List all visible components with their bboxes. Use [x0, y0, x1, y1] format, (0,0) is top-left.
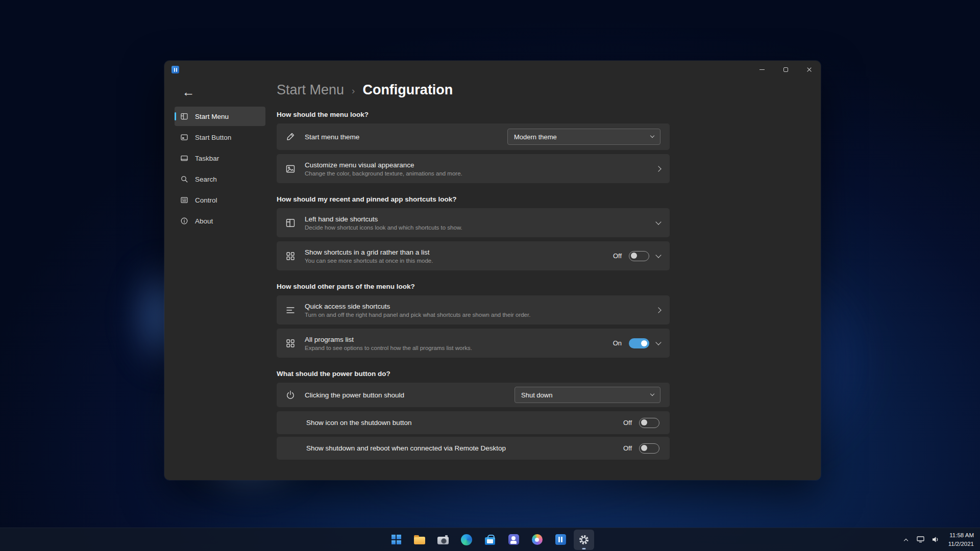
grid-shortcuts-toggle[interactable] — [629, 251, 649, 261]
volume-icon — [932, 536, 940, 543]
maximize-button[interactable] — [774, 61, 797, 78]
power-icon — [284, 390, 297, 400]
setting-title: Customize menu visual appearance — [305, 161, 646, 169]
system-tray: 11:58 AM 11/2/2021 — [901, 528, 977, 551]
power-action-select[interactable]: Shut down — [514, 387, 660, 403]
image-icon — [284, 164, 297, 174]
setting-row-left-hand-shortcuts[interactable]: Left hand side shortcuts Decide how shor… — [277, 208, 670, 237]
search-icon — [180, 175, 188, 183]
edge-icon — [461, 534, 472, 545]
toggle-state-label: Off — [623, 419, 632, 427]
clock[interactable]: 11:58 AM 11/2/2021 — [945, 531, 977, 547]
sidebar-item-label: Search — [195, 176, 217, 183]
sidebar-item-start-menu[interactable]: Start Menu — [175, 107, 265, 126]
chevron-up-icon — [903, 538, 908, 542]
start11-app-button[interactable] — [550, 530, 571, 550]
section-header: How should my recent and pinned app shor… — [277, 195, 670, 203]
clock-time: 11:58 AM — [948, 531, 974, 539]
microsoft-store-button[interactable] — [480, 530, 500, 550]
setting-subtitle: You can see more shortcuts at once in th… — [305, 258, 603, 264]
setting-title: Clicking the power button should — [305, 391, 504, 399]
photos-icon — [532, 534, 543, 545]
app-icon[interactable] — [172, 66, 179, 73]
setting-subtitle: Expand to see options to control how the… — [305, 345, 603, 351]
volume-button[interactable] — [930, 530, 941, 549]
settings-gear-icon — [578, 534, 590, 545]
sidebar-item-label: Control — [195, 196, 217, 204]
start11-configuration-window: ← Start Menu › Configuration Start Menu … — [164, 61, 821, 480]
toggle-state-label: On — [613, 339, 622, 347]
network-icon — [917, 536, 924, 543]
shutdown-icon-toggle[interactable] — [639, 418, 659, 428]
tray-overflow-button[interactable] — [901, 530, 911, 549]
control-icon — [180, 196, 188, 204]
breadcrumb: Start Menu › Configuration — [277, 82, 453, 98]
camera-button[interactable] — [433, 530, 453, 550]
sidebar-item-label: Start Menu — [195, 113, 229, 120]
minimize-icon — [760, 69, 765, 70]
chevron-down-icon — [655, 219, 661, 224]
sidebar-item-control[interactable]: Control — [175, 190, 265, 210]
setting-subtitle: Change the color, background texture, an… — [305, 170, 646, 177]
chevron-right-icon — [655, 307, 661, 313]
chevron-down-icon — [650, 134, 654, 138]
file-explorer-button[interactable] — [409, 530, 430, 550]
setting-row-remote-desktop-shutdown: Show shutdown and reboot when connected … — [277, 437, 670, 460]
setting-title: Start menu theme — [305, 133, 497, 141]
camera-icon — [437, 537, 449, 544]
setting-title: Left hand side shortcuts — [305, 215, 646, 223]
sidebar-item-label: Taskbar — [195, 155, 219, 162]
sidebar: Start Menu Start Button Taskbar Search C… — [175, 107, 265, 231]
back-button[interactable]: ← — [179, 83, 198, 101]
setting-title: Show shortcuts in a grid rather than a l… — [305, 248, 603, 256]
microsoft-store-icon — [485, 537, 495, 545]
sidebar-item-about[interactable]: About — [175, 211, 265, 231]
grid-icon — [284, 338, 297, 348]
start11-icon — [555, 534, 566, 545]
setting-row-power-button-action: Clicking the power button should Shut do… — [277, 383, 670, 407]
section-header: How should the menu look? — [277, 111, 670, 118]
setting-row-grid-shortcuts[interactable]: Show shortcuts in a grid rather than a l… — [277, 241, 670, 270]
setting-row-customize-appearance[interactable]: Customize menu visual appearance Change … — [277, 154, 670, 183]
sidebar-item-taskbar[interactable]: Taskbar — [175, 148, 265, 168]
chevron-down-icon — [650, 392, 654, 396]
network-button[interactable] — [915, 530, 926, 549]
sidebar-item-start-button[interactable]: Start Button — [175, 128, 265, 147]
about-icon — [180, 217, 188, 225]
setting-row-quick-access-shortcuts[interactable]: Quick access side shortcuts Turn on and … — [277, 295, 670, 324]
layout-icon — [284, 218, 297, 228]
grid-icon — [284, 251, 297, 261]
sidebar-item-label: About — [195, 217, 213, 225]
setting-title: Show shutdown and reboot when connected … — [306, 444, 613, 452]
theme-select[interactable]: Modern theme — [507, 129, 660, 145]
settings-content: How should the menu look? Start menu the… — [277, 111, 670, 462]
settings-app-button[interactable] — [574, 530, 594, 550]
close-icon — [806, 67, 812, 72]
breadcrumb-parent[interactable]: Start Menu — [277, 82, 344, 98]
minimize-button[interactable] — [750, 61, 774, 78]
setting-row-all-programs-list[interactable]: All programs list Expand to see options … — [277, 329, 670, 358]
start-button[interactable] — [386, 530, 406, 550]
setting-subtitle: Turn on and off the right hand panel and… — [305, 312, 646, 318]
setting-title: All programs list — [305, 336, 603, 343]
remote-desktop-toggle[interactable] — [639, 443, 659, 454]
back-arrow-icon: ← — [182, 85, 195, 99]
chevron-down-icon — [655, 252, 661, 258]
close-button[interactable] — [797, 61, 821, 78]
edge-button[interactable] — [456, 530, 477, 550]
breadcrumb-separator-icon: › — [352, 84, 355, 96]
setting-row-shutdown-icon: Show icon on the shutdown button Off — [277, 411, 670, 434]
pencil-icon — [284, 132, 297, 142]
photos-button[interactable] — [527, 530, 547, 550]
page-title: Configuration — [362, 82, 453, 98]
teams-icon — [508, 534, 519, 545]
section-header: How should other parts of the menu look? — [277, 283, 670, 290]
setting-row-start-menu-theme: Start menu theme Modern theme — [277, 123, 670, 150]
chevron-right-icon — [655, 166, 661, 171]
titlebar — [164, 61, 821, 79]
taskbar: 11:58 AM 11/2/2021 — [0, 528, 980, 551]
all-programs-toggle[interactable] — [629, 338, 649, 348]
sidebar-item-search[interactable]: Search — [175, 169, 265, 189]
setting-title: Quick access side shortcuts — [305, 303, 646, 310]
teams-button[interactable] — [503, 530, 524, 550]
